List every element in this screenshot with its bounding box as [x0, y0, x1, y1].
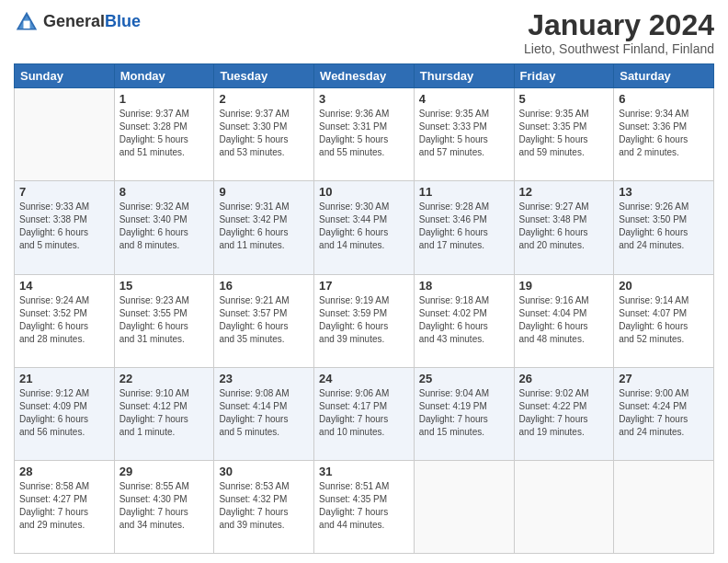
calendar-day-cell: 26Sunrise: 9:02 AMSunset: 4:22 PMDayligh… [514, 367, 614, 460]
calendar-week-row: 14Sunrise: 9:24 AMSunset: 3:52 PMDayligh… [15, 274, 714, 367]
day-number: 28 [19, 465, 109, 478]
day-info: Sunrise: 9:34 AMSunset: 3:36 PMDaylight:… [619, 108, 709, 159]
calendar-day-cell: 5Sunrise: 9:35 AMSunset: 3:35 PMDaylight… [514, 88, 614, 181]
day-number: 1 [119, 92, 210, 106]
day-number: 27 [619, 372, 709, 385]
calendar-day-cell: 17Sunrise: 9:19 AMSunset: 3:59 PMDayligh… [314, 274, 415, 367]
day-number: 25 [419, 372, 509, 385]
day-info: Sunrise: 8:55 AMSunset: 4:30 PMDaylight:… [119, 480, 210, 532]
header-wednesday: Wednesday [314, 64, 415, 88]
calendar-day-cell: 27Sunrise: 9:00 AMSunset: 4:24 PMDayligh… [614, 367, 714, 460]
day-info: Sunrise: 8:51 AMSunset: 4:35 PMDaylight:… [319, 480, 409, 532]
calendar-day-cell: 24Sunrise: 9:06 AMSunset: 4:17 PMDayligh… [314, 367, 415, 460]
header-saturday: Saturday [614, 64, 714, 88]
day-number: 23 [219, 372, 309, 385]
day-number: 13 [619, 185, 709, 199]
day-info: Sunrise: 9:33 AMSunset: 3:38 PMDaylight:… [19, 201, 109, 252]
header-thursday: Thursday [414, 64, 514, 88]
calendar-day-cell [514, 460, 614, 553]
day-info: Sunrise: 9:37 AMSunset: 3:28 PMDaylight:… [119, 108, 210, 159]
day-number: 5 [519, 92, 609, 106]
day-number: 12 [519, 185, 609, 199]
day-number: 22 [119, 372, 210, 385]
calendar-day-cell: 12Sunrise: 9:27 AMSunset: 3:48 PMDayligh… [514, 181, 614, 274]
day-info: Sunrise: 9:28 AMSunset: 3:46 PMDaylight:… [419, 201, 509, 252]
day-info: Sunrise: 9:08 AMSunset: 4:14 PMDaylight:… [219, 387, 309, 439]
calendar-day-cell: 2Sunrise: 9:37 AMSunset: 3:30 PMDaylight… [214, 88, 314, 181]
day-info: Sunrise: 9:35 AMSunset: 3:35 PMDaylight:… [519, 108, 609, 159]
day-number: 15 [119, 279, 210, 293]
header-sunday: Sunday [15, 64, 115, 88]
calendar-day-cell: 28Sunrise: 8:58 AMSunset: 4:27 PMDayligh… [15, 460, 115, 553]
calendar-day-cell: 16Sunrise: 9:21 AMSunset: 3:57 PMDayligh… [214, 274, 314, 367]
day-number: 11 [419, 185, 509, 199]
logo-icon [14, 9, 40, 35]
day-info: Sunrise: 9:04 AMSunset: 4:19 PMDaylight:… [419, 387, 509, 439]
day-info: Sunrise: 9:00 AMSunset: 4:24 PMDaylight:… [619, 387, 709, 439]
calendar-day-cell: 29Sunrise: 8:55 AMSunset: 4:30 PMDayligh… [114, 460, 214, 553]
day-info: Sunrise: 9:24 AMSunset: 3:52 PMDaylight:… [19, 294, 109, 346]
logo-text: GeneralBlue [43, 13, 141, 31]
day-number: 24 [319, 372, 409, 385]
day-info: Sunrise: 9:14 AMSunset: 4:07 PMDaylight:… [619, 294, 709, 346]
calendar-week-row: 7Sunrise: 9:33 AMSunset: 3:38 PMDaylight… [15, 181, 714, 274]
header-tuesday: Tuesday [214, 64, 314, 88]
day-number: 26 [519, 372, 609, 385]
day-number: 14 [19, 279, 109, 293]
day-info: Sunrise: 9:26 AMSunset: 3:50 PMDaylight:… [619, 201, 709, 252]
day-number: 7 [19, 185, 109, 199]
day-number: 3 [319, 92, 409, 106]
day-info: Sunrise: 9:37 AMSunset: 3:30 PMDaylight:… [219, 108, 309, 159]
header-monday: Monday [114, 64, 214, 88]
calendar-day-cell: 25Sunrise: 9:04 AMSunset: 4:19 PMDayligh… [414, 367, 514, 460]
calendar-day-cell: 4Sunrise: 9:35 AMSunset: 3:33 PMDaylight… [414, 88, 514, 181]
calendar-day-cell: 23Sunrise: 9:08 AMSunset: 4:14 PMDayligh… [214, 367, 314, 460]
calendar-day-cell: 13Sunrise: 9:26 AMSunset: 3:50 PMDayligh… [614, 181, 714, 274]
day-number: 30 [219, 465, 309, 478]
calendar-day-cell: 3Sunrise: 9:36 AMSunset: 3:31 PMDaylight… [314, 88, 415, 181]
day-info: Sunrise: 9:10 AMSunset: 4:12 PMDaylight:… [119, 387, 210, 439]
day-number: 2 [219, 92, 309, 106]
calendar-header-row: Sunday Monday Tuesday Wednesday Thursday… [15, 64, 714, 88]
logo-general: General [43, 13, 105, 31]
calendar-day-cell: 10Sunrise: 9:30 AMSunset: 3:44 PMDayligh… [314, 181, 415, 274]
day-number: 31 [319, 465, 409, 478]
calendar-day-cell: 21Sunrise: 9:12 AMSunset: 4:09 PMDayligh… [15, 367, 115, 460]
day-number: 29 [119, 465, 210, 478]
calendar-page: GeneralBlue January 2024 Lieto, Southwes… [0, 0, 728, 563]
calendar-day-cell: 18Sunrise: 9:18 AMSunset: 4:02 PMDayligh… [414, 274, 514, 367]
day-info: Sunrise: 9:27 AMSunset: 3:48 PMDaylight:… [519, 201, 609, 252]
logo-blue: Blue [105, 13, 141, 31]
location: Lieto, Southwest Finland, Finland [524, 41, 714, 56]
day-info: Sunrise: 8:53 AMSunset: 4:32 PMDaylight:… [219, 480, 309, 532]
calendar-day-cell [614, 460, 714, 553]
day-info: Sunrise: 9:23 AMSunset: 3:55 PMDaylight:… [119, 294, 210, 346]
calendar-day-cell: 6Sunrise: 9:34 AMSunset: 3:36 PMDaylight… [614, 88, 714, 181]
calendar-day-cell: 20Sunrise: 9:14 AMSunset: 4:07 PMDayligh… [614, 274, 714, 367]
day-info: Sunrise: 9:18 AMSunset: 4:02 PMDaylight:… [419, 294, 509, 346]
calendar-day-cell: 7Sunrise: 9:33 AMSunset: 3:38 PMDaylight… [15, 181, 115, 274]
day-info: Sunrise: 9:06 AMSunset: 4:17 PMDaylight:… [319, 387, 409, 439]
day-number: 19 [519, 279, 609, 293]
calendar-day-cell: 1Sunrise: 9:37 AMSunset: 3:28 PMDaylight… [114, 88, 214, 181]
day-info: Sunrise: 9:12 AMSunset: 4:09 PMDaylight:… [19, 387, 109, 439]
day-info: Sunrise: 9:32 AMSunset: 3:40 PMDaylight:… [119, 201, 210, 252]
day-info: Sunrise: 9:35 AMSunset: 3:33 PMDaylight:… [419, 108, 509, 159]
header-right: January 2024 Lieto, Southwest Finland, F… [524, 9, 714, 56]
day-info: Sunrise: 8:58 AMSunset: 4:27 PMDaylight:… [19, 480, 109, 532]
calendar-day-cell: 19Sunrise: 9:16 AMSunset: 4:04 PMDayligh… [514, 274, 614, 367]
calendar-day-cell: 14Sunrise: 9:24 AMSunset: 3:52 PMDayligh… [15, 274, 115, 367]
day-number: 20 [619, 279, 709, 293]
calendar-week-row: 21Sunrise: 9:12 AMSunset: 4:09 PMDayligh… [15, 367, 714, 460]
calendar-week-row: 28Sunrise: 8:58 AMSunset: 4:27 PMDayligh… [15, 460, 714, 553]
day-number: 8 [119, 185, 210, 199]
day-info: Sunrise: 9:31 AMSunset: 3:42 PMDaylight:… [219, 201, 309, 252]
day-info: Sunrise: 9:19 AMSunset: 3:59 PMDaylight:… [319, 294, 409, 346]
month-title: January 2024 [524, 9, 714, 41]
calendar-day-cell: 31Sunrise: 8:51 AMSunset: 4:35 PMDayligh… [314, 460, 415, 553]
day-info: Sunrise: 9:30 AMSunset: 3:44 PMDaylight:… [319, 201, 409, 252]
page-header: GeneralBlue January 2024 Lieto, Southwes… [14, 9, 714, 56]
svg-rect-2 [24, 21, 30, 29]
day-info: Sunrise: 9:21 AMSunset: 3:57 PMDaylight:… [219, 294, 309, 346]
day-number: 4 [419, 92, 509, 106]
